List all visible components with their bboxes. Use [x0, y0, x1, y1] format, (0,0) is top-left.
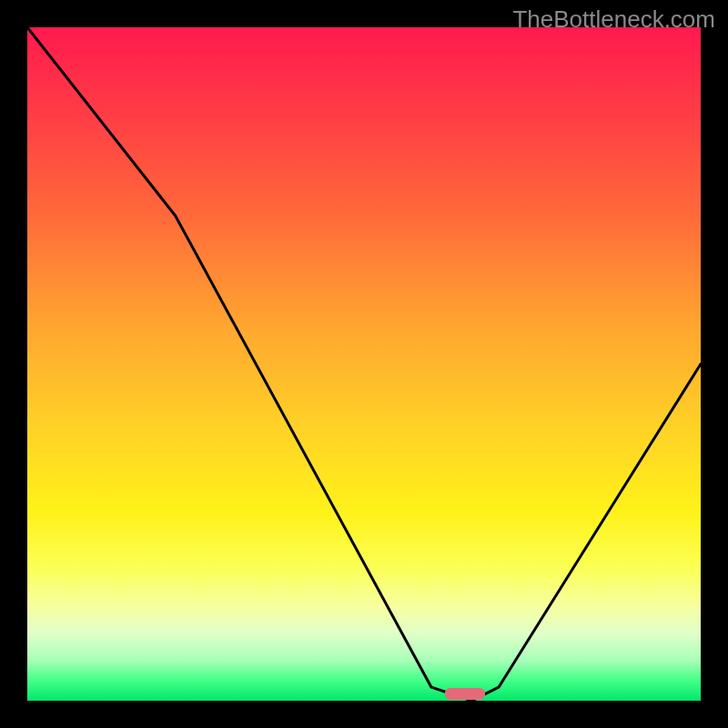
optimal-marker	[445, 688, 485, 700]
chart-frame: TheBottleneck.com	[0, 0, 728, 728]
bottleneck-curve	[27, 27, 701, 701]
plot-area	[27, 27, 701, 701]
plot-svg	[27, 27, 701, 701]
